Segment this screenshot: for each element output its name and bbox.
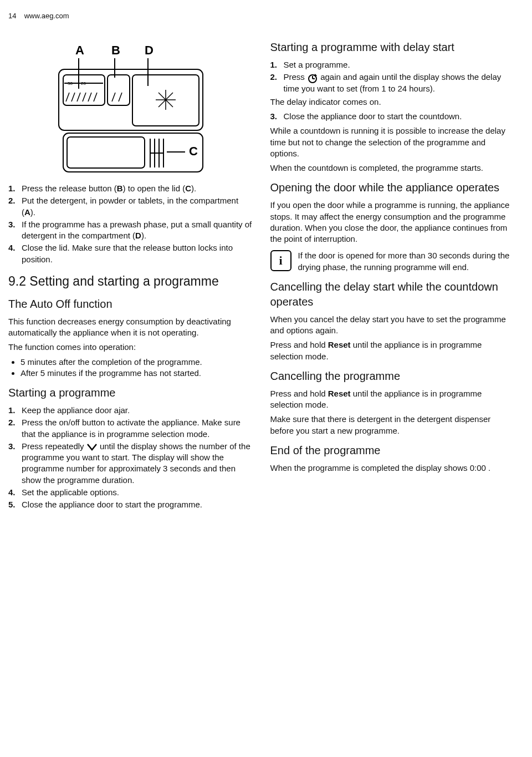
list-item: 2. Put the detergent, in powder or table… <box>8 195 254 218</box>
list-item: 5 minutes after the completion of the pr… <box>21 357 254 368</box>
para-end: When the programme is completed the disp… <box>270 463 516 474</box>
info-note: i If the door is opened for more than 30… <box>270 250 516 273</box>
heading-9-2: 9.2 Setting and starting a programme <box>8 273 254 290</box>
diagram-label-a: A <box>75 44 84 57</box>
diagram-label-b: B <box>111 44 120 57</box>
list-item: 3. Press repeatedly until the display sh… <box>8 441 254 486</box>
para-auto-off-2: The function comes into operation: <box>8 342 254 353</box>
para-open-door: If you open the door while a programme i… <box>270 200 516 245</box>
heading-open-door: Opening the door while the appliance ope… <box>270 180 516 195</box>
para-delay-indicator: The delay indicator comes on. <box>270 96 516 108</box>
diagram-svg: A B D 30 20 <box>48 44 214 177</box>
svg-rect-13 <box>67 137 145 168</box>
para-delay-running: While a countdown is running it is possi… <box>270 125 516 159</box>
heading-auto-off: The Auto Off function <box>8 297 254 312</box>
steps-fill-detergent: 1. Press the release button (B) to open … <box>8 183 254 265</box>
info-icon: i <box>270 250 291 271</box>
list-item: 3. If the programme has a prewash phase,… <box>8 219 254 242</box>
list-item: After 5 minutes if the programme has not… <box>21 368 254 379</box>
down-chevron-icon <box>86 442 98 452</box>
svg-rect-3 <box>59 69 203 130</box>
para-cancel-prog-1: Press and hold Reset until the appliance… <box>270 388 516 411</box>
para-cancel-delay-1: When you cancel the delay start you have… <box>270 314 516 337</box>
heading-cancel-prog: Cancelling the programme <box>270 369 516 384</box>
list-item: 4. Close the lid. Make sure that the rel… <box>8 242 254 265</box>
para-cancel-prog-2: Make sure that there is detergent in the… <box>270 414 516 436</box>
dispenser-diagram: A B D 30 20 <box>48 44 214 177</box>
steps-delay: 1.Set a programme. 2. Press again and ag… <box>270 59 516 94</box>
list-item: 4.Set the applicable options. <box>8 487 254 498</box>
info-text: If the door is opened for more than 30 s… <box>298 250 516 273</box>
svg-rect-4 <box>63 75 105 105</box>
clock-delay-icon <box>307 73 318 83</box>
diagram-label-c: C <box>189 144 198 158</box>
diagram-label-d: D <box>145 44 154 57</box>
left-column: A B D 30 20 <box>8 17 254 514</box>
para-delay-complete: When the countdown is completed, the pro… <box>270 162 516 174</box>
page-body: A B D 30 20 <box>0 0 532 530</box>
list-auto-off: 5 minutes after the completion of the pr… <box>8 357 254 379</box>
para-auto-off-1: This function decreases energy consumpti… <box>8 316 254 339</box>
para-cancel-delay-2: Press and hold Reset until the appliance… <box>270 339 516 362</box>
steps-starting: 1.Keep the appliance door ajar. 2.Press … <box>8 405 254 510</box>
list-item: 3.Close the appliance door to start the … <box>270 111 516 122</box>
list-item: 2.Press the on/off button to activate th… <box>8 417 254 440</box>
list-item: 2. Press again and again until the displ… <box>270 72 516 94</box>
heading-starting: Starting a programme <box>8 385 254 400</box>
list-item: 1.Set a programme. <box>270 59 516 70</box>
heading-end: End of the programme <box>270 443 516 458</box>
list-item: 1.Keep the appliance door ajar. <box>8 405 254 416</box>
list-item: 1. Press the release button (B) to open … <box>8 183 254 194</box>
heading-delay-start: Starting a programme with delay start <box>270 40 516 55</box>
right-column: Starting a programme with delay start 1.… <box>270 17 516 514</box>
list-item: 5.Close the appliance door to start the … <box>8 499 254 510</box>
heading-cancel-delay: Cancelling the delay start while the cou… <box>270 280 516 309</box>
steps-delay-cont: 3.Close the appliance door to start the … <box>270 111 516 122</box>
